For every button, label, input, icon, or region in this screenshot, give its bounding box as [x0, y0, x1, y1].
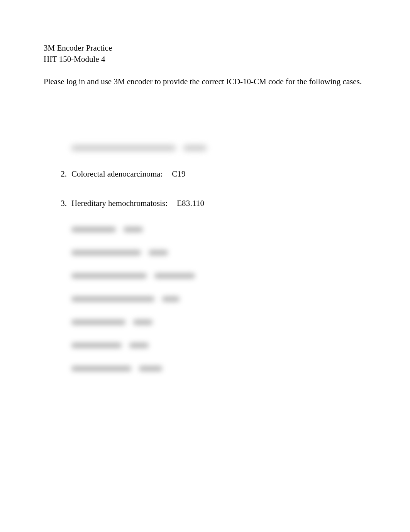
blurred-item-1 — [55, 145, 366, 151]
blurred-code — [183, 145, 207, 151]
blurred-text — [71, 343, 122, 348]
header-line-2: HIT 150-Module 4 — [44, 54, 366, 65]
blurred-text — [71, 366, 131, 371]
blurred-text — [71, 145, 176, 151]
diagnosis-text: Colorectal adenocarcinoma: — [71, 168, 163, 180]
blurred-list-item — [55, 296, 366, 302]
blurred-list-item — [55, 273, 366, 279]
blurred-list-item — [55, 343, 366, 348]
blurred-code — [154, 273, 195, 279]
icd-code: C19 — [172, 168, 186, 180]
blurred-code — [139, 366, 162, 371]
blurred-text — [71, 273, 147, 279]
icd-code: E83.110 — [177, 198, 204, 209]
list-item: 2. Colorectal adenocarcinoma: C19 — [55, 168, 366, 180]
blurred-text — [71, 296, 154, 302]
blurred-list-item — [55, 320, 366, 325]
blurred-code — [133, 320, 152, 325]
blurred-text — [71, 250, 141, 255]
blurred-text — [71, 227, 116, 232]
blurred-region — [55, 227, 366, 371]
document-page: 3M Encoder Practice HIT 150-Module 4 Ple… — [0, 0, 410, 371]
blurred-list-item — [55, 366, 366, 371]
question-list: 2. Colorectal adenocarcinoma: C19 3. Her… — [44, 145, 366, 371]
blurred-list-item — [55, 250, 366, 255]
list-item: 3. Hereditary hemochromatosis: E83.110 — [55, 198, 366, 209]
blurred-code — [149, 250, 168, 255]
list-number: 3. — [55, 198, 67, 209]
diagnosis-text: Hereditary hemochromatosis: — [71, 198, 168, 209]
blurred-code — [162, 296, 180, 302]
blurred-list-item — [55, 227, 366, 232]
header-line-1: 3M Encoder Practice — [44, 42, 366, 54]
instructions-text: Please log in and use 3M encoder to prov… — [44, 76, 366, 87]
blurred-text — [71, 320, 125, 325]
blurred-code — [129, 343, 149, 348]
list-number: 2. — [55, 168, 67, 180]
blurred-code — [124, 227, 143, 232]
